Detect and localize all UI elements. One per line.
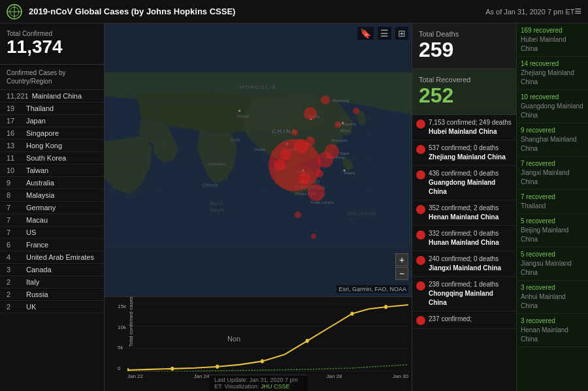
country-name: Italy	[26, 278, 39, 286]
chart-x-label: Jan 28	[326, 373, 342, 379]
svg-text:Hyderabad: Hyderabad	[208, 162, 226, 166]
map-container[interactable]: MONGOLIA CHINA THAILAND LAOS VIETNAM Del…	[105, 23, 412, 296]
country-item[interactable]: 7US	[0, 227, 104, 239]
recovered-region: Anhui Mainland China	[521, 293, 566, 309]
country-count: 2	[7, 278, 23, 286]
inner-4	[306, 136, 315, 146]
svg-text:Delhi: Delhi	[231, 138, 240, 142]
cases-list: 7,153 confirmed; 249 deathsHubei Mainlan…	[412, 115, 516, 391]
case-item: 7,153 confirmed; 249 deathsHubei Mainlan…	[412, 115, 516, 140]
country-item[interactable]: 11,221Mainland China	[0, 90, 104, 102]
guangdong-dot	[308, 184, 325, 201]
recovered-item: 14 recoveredZhejiang Mainland China	[517, 57, 588, 90]
country-item[interactable]: 2Russia	[0, 289, 104, 301]
country-item[interactable]: 10Taiwan	[0, 164, 104, 177]
case-item: 436 confirmed; 0 deathsGuangdong Mainlan…	[412, 166, 516, 200]
country-item[interactable]: 19Thailand	[0, 102, 104, 115]
country-count: 3	[7, 266, 23, 274]
country-count: 10	[7, 166, 23, 174]
zoom-controls: + −	[395, 253, 408, 280]
case-info: 436 confirmed; 0 deathsGuangdong Mainlan…	[429, 169, 512, 196]
northeast-dot	[321, 95, 330, 104]
chengdu-dot	[274, 159, 286, 171]
svg-point-56	[171, 367, 174, 371]
grid-icon[interactable]: ⊞	[395, 27, 408, 40]
svg-point-6	[238, 110, 240, 112]
case-info: 238 confirmed; 1 deathsChongqing Mainlan…	[429, 280, 512, 307]
svg-text:Chennai: Chennai	[203, 183, 218, 187]
country-item[interactable]: 6France	[0, 239, 104, 251]
zoom-out-button[interactable]: −	[395, 267, 408, 280]
chart-y-tick: 15k	[118, 304, 126, 309]
recovered-list: 169 recoveredHubei Mainland China14 reco…	[516, 23, 588, 391]
country-item[interactable]: 2Italy	[0, 276, 104, 289]
chart-y-ticks: 15k10k5k0	[118, 304, 126, 371]
recovered-region: Thailand	[521, 202, 546, 210]
country-count: 8	[7, 191, 23, 199]
case-item: 237 confirmed;	[412, 311, 516, 329]
case-dot	[416, 145, 425, 154]
country-count: 9	[7, 179, 23, 187]
country-item[interactable]: 13Hong Kong	[0, 140, 104, 152]
case-item: 238 confirmed; 1 deathsChongqing Mainlan…	[412, 277, 516, 311]
country-name: United Arab Emirates	[26, 253, 94, 261]
country-item[interactable]: 11South Korea	[0, 152, 104, 164]
case-info: 352 confirmed; 2 deathsHenan Mainland Ch…	[429, 204, 498, 222]
chart-svg	[127, 304, 408, 371]
country-item[interactable]: 3Canada	[0, 264, 104, 276]
map-toolbar: 🔖 ☰ ⊞	[357, 27, 408, 40]
beijing-dot	[304, 107, 317, 120]
country-item[interactable]: 7Germany	[0, 202, 104, 214]
country-name: Hong Kong	[26, 142, 62, 149]
svg-text:PHILIPPINE: PHILIPPINE	[348, 211, 377, 216]
recovered-item: 7 recoveredJiangxi Mainland China	[517, 157, 588, 190]
center-area: 🔖 ☰ ⊞	[105, 23, 412, 391]
jhu-logo	[7, 4, 22, 20]
country-count: 6	[7, 241, 23, 249]
left-sidebar: Total Confirmed 11,374 Confirmed Cases b…	[0, 23, 105, 391]
country-item[interactable]: 16Singapore	[0, 127, 104, 140]
svg-text:Seoul: Seoul	[340, 129, 350, 133]
chart-y-tick: 5k	[118, 345, 126, 351]
country-item[interactable]: 2UK	[0, 301, 104, 313]
case-dot	[416, 119, 425, 129]
svg-text:Shanyang: Shanyang	[332, 99, 348, 102]
country-item[interactable]: 8Malaysia	[0, 189, 104, 202]
country-count: 13	[7, 142, 23, 149]
country-item[interactable]: 4United Arab Emirates	[0, 251, 104, 264]
case-info: 537 confirmed; 0 deathsZhejiang Mainland…	[429, 144, 506, 162]
country-count: 7	[7, 228, 23, 236]
zoom-in-button[interactable]: +	[395, 253, 408, 266]
case-item: 352 confirmed; 2 deathsHenan Mainland Ch…	[412, 200, 516, 226]
country-count: 11,221	[7, 92, 29, 100]
case-item: 537 confirmed; 0 deathsZhejiang Mainland…	[412, 140, 516, 166]
recovered-region: Shanghai Mainland China	[521, 136, 577, 152]
country-item[interactable]: 9Australia	[0, 177, 104, 189]
map-svg: MONGOLIA CHINA THAILAND LAOS VIETNAM Del…	[105, 23, 412, 296]
svg-text:MONGOLIA: MONGOLIA	[240, 84, 277, 90]
jhu-link[interactable]: JHU CSSE	[261, 383, 290, 390]
svg-text:S: S	[349, 218, 351, 221]
list-icon[interactable]: ☰	[378, 27, 391, 40]
country-name: Taiwan	[26, 166, 48, 174]
case-dot	[416, 230, 425, 240]
country-name: US	[26, 228, 36, 236]
menu-icon[interactable]: ≡	[574, 5, 581, 18]
svg-point-58	[261, 359, 264, 363]
recovered-region: Henan Mainland China	[521, 326, 568, 343]
case-dot	[416, 170, 425, 180]
svg-point-55	[127, 368, 129, 371]
country-list-header: Confirmed Cases by Country/Region	[0, 65, 104, 90]
svg-text:Dhaka: Dhaka	[254, 148, 265, 151]
svg-point-61	[384, 305, 387, 309]
confirmed-number: 11,374	[7, 37, 97, 57]
country-item[interactable]: 7Macau	[0, 214, 104, 227]
country-item[interactable]: 17Japan	[0, 115, 104, 127]
inner-5	[291, 129, 298, 136]
bookmark-icon[interactable]: 🔖	[357, 27, 374, 40]
case-item: 240 confirmed; 0 deathsJiangxi Mainland …	[412, 251, 516, 277]
country-count: 17	[7, 117, 23, 125]
recovered-item: 3 recoveredHenan Mainland China	[517, 314, 588, 347]
recovered-item: 3 recoveredAnhui Mainland China	[517, 281, 588, 314]
recovered-region: Guangdong Mainland China	[521, 102, 583, 119]
